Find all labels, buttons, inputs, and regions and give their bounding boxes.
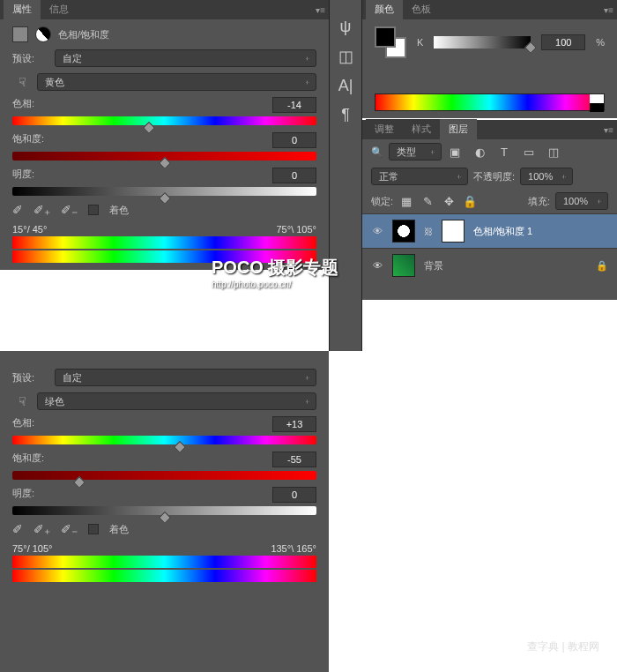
filter-type-icon[interactable]: T [496,144,512,160]
canvas-area [329,351,617,672]
colorize-checkbox[interactable] [88,205,99,215]
layer-thumb [392,254,415,277]
saturation-input-2[interactable] [272,452,316,467]
hue-label: 色相: [12,97,34,113]
lock-trans-icon[interactable]: ▦ [398,193,414,209]
hue-label-2: 色相: [12,416,34,432]
eyedropper-icon-2[interactable]: ✐ [12,522,23,536]
layer-mask-thumb[interactable] [442,220,465,243]
range-low-2: 75°/ 105° [12,543,53,554]
right-panels: 颜色 色板 ▾≡ K % 调整 样式 图层 ▾≡ [362,0,617,300]
range-high: 75°\ 105° [277,224,317,235]
preset-select-2[interactable]: 自定 [55,369,316,386]
range-bar-top-2[interactable] [12,556,316,568]
k-slider[interactable] [434,36,531,49]
filter-select[interactable]: 类型 [389,143,442,161]
range-high-2: 135°\ 165° [271,543,316,554]
character-icon[interactable]: A| [338,77,353,95]
layer-adjust-thumb [392,220,415,243]
tool-strip: ψ ◫ A| ¶ [329,0,362,353]
layers-panel: 调整 样式 图层 ▾≡ 🔍 类型 ▣ ◐ T ▭ ◫ 正常 不透明度: 100%… [362,120,617,300]
preset-label-2: 预设: [12,371,49,385]
watermark-main: POCO 摄影专题 http://photo.poco.cn/ [212,256,338,289]
colorize-label: 着色 [109,204,129,217]
color-menu-icon[interactable]: ▾≡ [604,5,613,15]
lightness-slider[interactable] [12,187,316,196]
filter-smart-icon[interactable]: ◫ [546,144,561,160]
eyedropper-icon[interactable]: ✐ [12,203,23,217]
fill-label: 填充: [528,195,550,208]
lightness-input-2[interactable] [272,487,316,503]
preset-select[interactable]: 自定 [55,49,316,67]
hue-slider-2[interactable] [12,436,316,444]
saturation-slider[interactable] [12,152,316,161]
link-icon[interactable]: ⛓ [424,227,433,236]
tab-adjustments[interactable]: 调整 [366,119,403,139]
properties-panel-2: 预设: 自定 ☟ 绿色 色相: 饱和度: 明度: [0,351,329,672]
layer-name[interactable]: 背景 [424,259,443,273]
filter-search-icon[interactable]: 🔍 [371,146,383,158]
saturation-label-2: 饱和度: [12,452,44,467]
tab-styles[interactable]: 样式 [403,119,440,139]
layer-name[interactable]: 色相/饱和度 1 [473,225,532,238]
channel-select-2[interactable]: 绿色 [37,392,316,410]
k-label: K [417,37,423,48]
lightness-label-2: 明度: [12,487,34,503]
layer-item-background[interactable]: 👁 背景 🔒 [362,248,617,282]
eyedropper-plus-icon[interactable]: ✐₊ [33,203,50,217]
tab-color[interactable]: 颜色 [366,0,403,19]
tab-layers[interactable]: 图层 [440,119,477,139]
paragraph-icon[interactable]: ¶ [341,106,350,124]
tab-swatches[interactable]: 色板 [403,0,440,19]
adjustment-icon [35,26,51,42]
hue-input[interactable] [272,97,316,113]
tabs: 属性 信息 ▾≡ [0,0,329,19]
range-bar-bottom-2[interactable] [12,570,316,582]
opacity-label: 不透明度: [473,170,515,183]
preset-label: 预设: [12,52,49,65]
k-input[interactable] [541,34,585,50]
colorize-label-2: 着色 [109,523,129,536]
hue-slider[interactable] [12,116,316,125]
panel-menu-icon[interactable]: ▾≡ [316,5,325,15]
channel-select[interactable]: 黄色 [37,73,316,91]
watermark-corner: 查字典 | 教程网 [527,639,599,654]
percent-label: % [596,37,605,48]
fill-select[interactable]: 100% [555,192,608,210]
hue-input-2[interactable] [272,416,316,432]
tab-properties[interactable]: 属性 [4,0,41,19]
filter-shape-icon[interactable]: ▭ [521,144,537,160]
lock-label: 锁定: [371,195,393,208]
lock-paint-icon[interactable]: ✎ [420,193,435,209]
visibility-icon[interactable]: 👁 [371,260,383,271]
tab-info[interactable]: 信息 [41,0,78,19]
saturation-slider-2[interactable] [12,471,316,480]
hand-icon-2[interactable]: ☟ [12,392,32,411]
hand-icon[interactable]: ☟ [12,72,32,92]
saturation-input[interactable] [272,132,316,148]
visibility-icon[interactable]: 👁 [371,226,383,236]
eyedropper-plus-icon-2[interactable]: ✐₊ [33,522,50,536]
swatches-icon[interactable]: ◫ [338,47,353,66]
lock-all-icon[interactable]: 🔒 [462,193,478,209]
range-bar-top[interactable] [12,236,316,249]
eyedropper-minus-icon[interactable]: ✐₋ [61,203,78,217]
layers-menu-icon[interactable]: ▾≡ [604,125,613,135]
brushes-icon[interactable]: ψ [340,18,352,36]
filter-adjust-icon[interactable]: ◐ [472,144,487,160]
eyedropper-minus-icon-2[interactable]: ✐₋ [61,522,78,536]
lock-move-icon[interactable]: ✥ [441,193,457,209]
saturation-label: 饱和度: [12,132,44,148]
opacity-select[interactable]: 100% [520,168,573,185]
filter-image-icon[interactable]: ▣ [447,144,463,160]
colorize-checkbox-2[interactable] [88,524,99,534]
properties-panel: 属性 信息 ▾≡ 色相/饱和度 预设: 自定 ☟ 黄色 色相: 饱和度: [0,0,329,270]
panel-title: 色相/饱和度 [58,28,109,41]
layer-item-hue-sat[interactable]: 👁 ⛓ 色相/饱和度 1 [362,213,617,248]
blend-select[interactable]: 正常 [371,168,468,185]
color-swatch[interactable] [375,26,406,58]
spectrum-bar[interactable] [375,93,605,111]
lightness-slider-2[interactable] [12,506,316,515]
fg-swatch[interactable] [375,26,396,48]
lightness-input[interactable] [272,168,316,183]
